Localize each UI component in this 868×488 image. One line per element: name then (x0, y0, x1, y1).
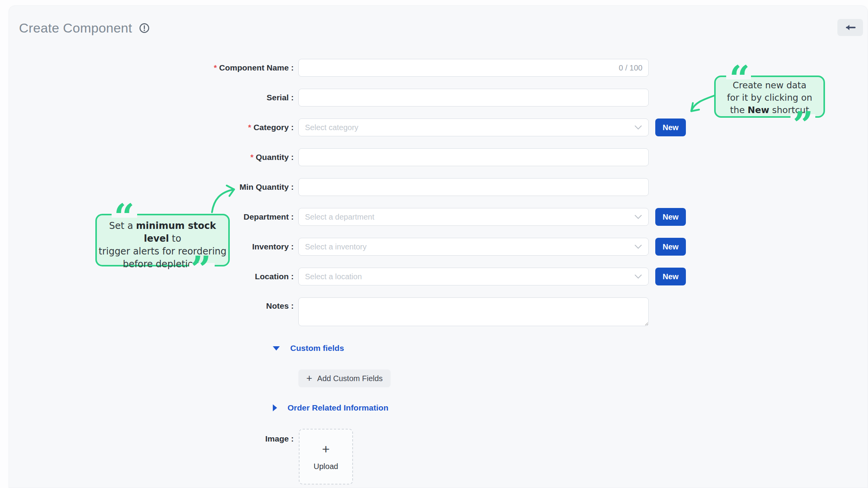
serial-input[interactable] (298, 89, 649, 107)
custom-fields-label: Custom fields (290, 344, 344, 353)
chevron-down-icon (634, 215, 642, 219)
close-quote-icon: ” (793, 107, 813, 143)
inventory-select[interactable]: Select a inventory (298, 238, 649, 256)
page-header: Create Component (19, 21, 150, 36)
serial-label: Serial : (9, 93, 294, 102)
component-name-label: *Component Name : (9, 63, 294, 72)
image-row: Image : + Upload (9, 429, 868, 485)
add-custom-fields-button[interactable]: + Add Custom Fields (298, 369, 391, 387)
required-asterisk: * (250, 153, 253, 162)
inventory-new-button[interactable]: New (655, 238, 686, 256)
upload-label: Upload (313, 462, 338, 471)
quantity-input[interactable] (298, 148, 649, 166)
category-placeholder: Select category (305, 123, 358, 132)
notes-control (298, 297, 649, 326)
location-control: Select a location (298, 268, 649, 285)
notes-label: Notes : (9, 297, 294, 311)
component-name-input[interactable] (298, 59, 649, 77)
create-component-form: *Component Name :0 / 100Serial :*Categor… (9, 59, 868, 485)
location-new-button[interactable]: New (655, 268, 686, 285)
order-related-toggle[interactable]: Order Related Information (273, 403, 868, 412)
category-control: Select category (298, 119, 649, 136)
field-row-category: *Category :Select categoryNew (9, 119, 868, 136)
close-quote-icon: ” (191, 251, 211, 287)
order-related-label: Order Related Information (288, 403, 388, 412)
location-select[interactable]: Select a location (298, 268, 649, 285)
min-quantity-control (298, 178, 649, 196)
category-new-button[interactable]: New (655, 119, 686, 136)
field-row-quantity: *Quantity : (9, 148, 868, 166)
open-quote-icon: “ (729, 61, 750, 96)
add-custom-fields-label: Add Custom Fields (317, 374, 383, 383)
chevron-down-icon (634, 274, 642, 279)
department-new-button[interactable]: New (655, 208, 686, 226)
min-quantity-input[interactable] (298, 178, 649, 196)
category-select[interactable]: Select category (298, 119, 649, 136)
chevron-down-icon (634, 244, 642, 249)
image-label: Image : (9, 429, 294, 443)
create-component-page: Create Component *Component Name :0 / 10… (0, 0, 868, 488)
location-label: Location : (9, 272, 294, 281)
image-upload-box[interactable]: + Upload (299, 429, 353, 485)
component-name-control: 0 / 100 (298, 59, 649, 77)
plus-icon: + (306, 373, 312, 383)
serial-control (298, 89, 649, 107)
back-button[interactable] (837, 19, 863, 36)
location-placeholder: Select a location (305, 272, 362, 281)
quantity-label: *Quantity : (9, 153, 294, 162)
info-circle-icon[interactable] (139, 23, 150, 33)
left-arrow-icon (844, 23, 856, 32)
field-row-notes: Notes : (9, 297, 868, 326)
inventory-placeholder: Select a inventory (305, 242, 367, 251)
caret-right-icon (273, 404, 277, 411)
page-title: Create Component (19, 21, 132, 36)
category-label: *Category : (9, 123, 294, 132)
department-control: Select a department (298, 208, 649, 226)
department-select[interactable]: Select a department (298, 208, 649, 226)
caret-down-icon (273, 346, 280, 351)
required-asterisk: * (248, 123, 251, 132)
notes-textarea[interactable] (298, 297, 649, 326)
field-row-min-quantity: Min Quantity : (9, 178, 868, 196)
department-placeholder: Select a department (305, 213, 374, 222)
open-quote-icon: “ (114, 199, 134, 235)
chevron-down-icon (634, 125, 642, 130)
min-quantity-label: Min Quantity : (9, 182, 294, 192)
plus-icon: + (322, 442, 330, 455)
inventory-control: Select a inventory (298, 238, 649, 256)
quantity-control (298, 148, 649, 166)
required-asterisk: * (214, 64, 217, 72)
custom-fields-toggle[interactable]: Custom fields (273, 344, 868, 353)
